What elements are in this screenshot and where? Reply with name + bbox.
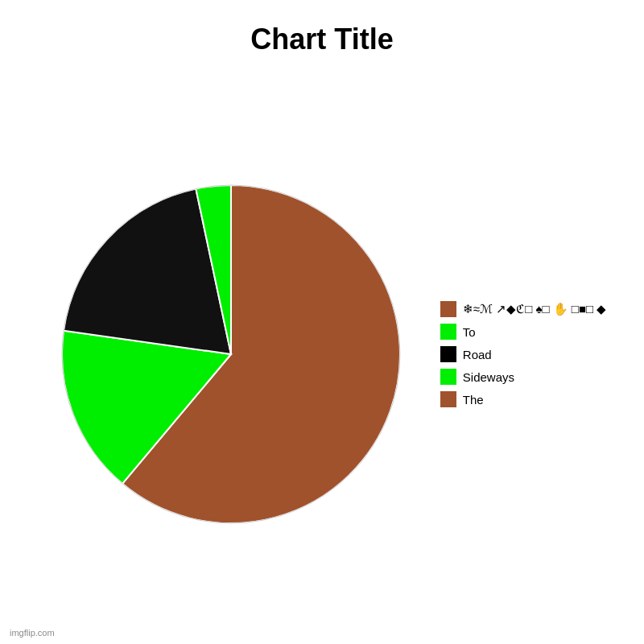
pie-chart-svg <box>46 169 416 539</box>
watermark: imgflip.com <box>10 628 55 638</box>
chart-container: Chart Title ❄≈ℳ ↗◆ℭ□ ♠□ ✋ □■□ ◆ To Road … <box>0 0 644 644</box>
chart-body: ❄≈ℳ ↗◆ℭ□ ♠□ ✋ □■□ ◆ To Road Sideways The <box>0 64 644 644</box>
legend-item-2: To <box>440 324 606 340</box>
legend-color-green-sideways <box>440 369 456 385</box>
pie-chart <box>46 169 416 539</box>
legend-color-black <box>440 346 456 362</box>
legend-color-brown-the <box>440 391 456 407</box>
legend-label-5: The <box>463 393 484 407</box>
legend-item-1: ❄≈ℳ ↗◆ℭ□ ♠□ ✋ □■□ ◆ <box>440 301 606 317</box>
legend: ❄≈ℳ ↗◆ℭ□ ♠□ ✋ □■□ ◆ To Road Sideways The <box>440 301 606 407</box>
chart-title: Chart Title <box>250 23 393 56</box>
legend-item-3: Road <box>440 346 606 362</box>
legend-color-brown <box>440 301 456 317</box>
legend-label-3: Road <box>463 348 492 361</box>
legend-label-1: ❄≈ℳ ↗◆ℭ□ ♠□ ✋ □■□ ◆ <box>463 302 606 316</box>
legend-label-2: To <box>463 325 476 339</box>
legend-color-green-to <box>440 324 456 340</box>
legend-label-4: Sideways <box>463 370 514 384</box>
legend-item-5: The <box>440 391 606 407</box>
legend-item-4: Sideways <box>440 369 606 385</box>
